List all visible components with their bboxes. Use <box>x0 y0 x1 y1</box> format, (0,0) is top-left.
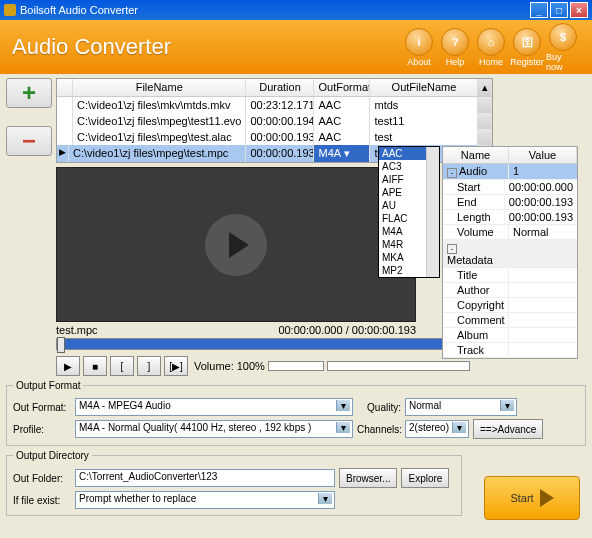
prop-row[interactable]: Copyright <box>443 298 577 313</box>
volume-track[interactable] <box>327 361 470 371</box>
explore-button[interactable]: Explore <box>401 468 449 488</box>
outfolder-label: Out Folder: <box>13 473 71 484</box>
remove-file-button[interactable]: − <box>6 126 52 156</box>
preview-filename: test.mpc <box>56 324 98 336</box>
ifexist-label: If file exist: <box>13 495 71 506</box>
home-button[interactable]: ⌂Home <box>474 28 508 67</box>
current-row-icon: ▶ <box>57 145 69 162</box>
table-row[interactable]: C:\video1\zj files\mkv\mtds.mkv00:23:12.… <box>57 97 492 113</box>
quality-label: Quality: <box>357 402 401 413</box>
prop-row[interactable]: -Audio1 <box>443 164 577 180</box>
profile-label: Profile: <box>13 424 71 435</box>
collapse-icon[interactable]: - <box>447 168 457 178</box>
cart-icon: $ <box>549 23 577 51</box>
channels-label: Channels: <box>357 424 401 435</box>
about-button[interactable]: iAbout <box>402 28 436 67</box>
prop-row[interactable]: Track <box>443 343 577 358</box>
dropdown-scrollbar[interactable] <box>426 147 439 277</box>
volume-value: 100% <box>237 360 265 372</box>
titlebar: Boilsoft Audio Converter _ □ × <box>0 0 592 20</box>
play-icon[interactable] <box>205 214 267 276</box>
prop-row[interactable]: Author <box>443 283 577 298</box>
channels-select[interactable]: 2(stereo) <box>405 420 469 438</box>
col-filename[interactable]: FileName <box>73 79 246 96</box>
profile-select[interactable]: M4A - Normal Quality( 44100 Hz, stereo ,… <box>75 420 353 438</box>
mark-in-button[interactable]: [ <box>110 356 134 376</box>
property-grid[interactable]: NameValue -Audio1 Start00:00:00.000 End0… <box>442 146 578 359</box>
collapse-icon[interactable]: - <box>447 244 457 254</box>
preview-pane <box>56 167 416 322</box>
key-icon: ⚿ <box>513 28 541 56</box>
add-file-button[interactable]: + <box>6 78 52 108</box>
prop-row[interactable]: Album <box>443 328 577 343</box>
output-format-group: Output Format Out Format: M4A - MPEG4 Au… <box>6 380 586 446</box>
buy-button[interactable]: $Buy now <box>546 23 580 72</box>
prop-row[interactable]: Title <box>443 268 577 283</box>
table-row[interactable]: C:\video1\zj files\mpeg\test.alac00:00:0… <box>57 129 492 145</box>
quality-select[interactable]: Normal <box>405 398 517 416</box>
help-button[interactable]: ?Help <box>438 28 472 67</box>
outformat-label: Out Format: <box>13 402 71 413</box>
stop-button[interactable]: ■ <box>83 356 107 376</box>
slider-thumb[interactable] <box>57 337 65 353</box>
ifexist-select[interactable]: Prompt whether to replace <box>75 491 335 509</box>
play-button[interactable]: ▶ <box>56 356 80 376</box>
maximize-button[interactable]: □ <box>550 2 568 18</box>
format-dropdown-cell[interactable]: M4A ▾ <box>314 145 370 162</box>
table-row[interactable]: C:\video1\zj files\mpeg\test11.evo00:00:… <box>57 113 492 129</box>
col-duration[interactable]: Duration <box>246 79 314 96</box>
header: Audio Converter iAbout ?Help ⌂Home ⚿Regi… <box>0 20 592 74</box>
volume-label: Volume: <box>194 360 234 372</box>
prop-row[interactable]: Comment <box>443 313 577 328</box>
col-value: Value <box>509 147 577 163</box>
home-icon: ⌂ <box>477 28 505 56</box>
grid-header: FileName Duration OutFormat OutFileName … <box>57 79 492 97</box>
col-name: Name <box>443 147 509 163</box>
scrollbar-up-icon[interactable]: ▴ <box>478 79 492 96</box>
info-icon: i <box>405 28 433 56</box>
browse-button[interactable]: Browser... <box>339 468 397 488</box>
prop-row[interactable]: VolumeNormal <box>443 225 577 240</box>
help-icon: ? <box>441 28 469 56</box>
volume-bar[interactable] <box>268 361 324 371</box>
seek-slider[interactable] <box>56 338 466 350</box>
close-button[interactable]: × <box>570 2 588 18</box>
outformat-select[interactable]: M4A - MPEG4 Audio <box>75 398 353 416</box>
prop-row[interactable]: End00:00:00.193 <box>443 195 577 210</box>
col-outformat[interactable]: OutFormat <box>314 79 370 96</box>
app-icon <box>4 4 16 16</box>
minimize-button[interactable]: _ <box>530 2 548 18</box>
advance-button[interactable]: ==>Advance <box>473 419 543 439</box>
prop-category[interactable]: -Metadata <box>443 240 577 268</box>
preview-time: 00:00:00.000 / 00:00:00.193 <box>278 324 416 336</box>
prop-row[interactable]: Length00:00:00.193 <box>443 210 577 225</box>
start-button[interactable]: Start <box>484 476 580 520</box>
outfolder-input[interactable]: C:\Torrent_AudioConverter\123 <box>75 469 335 487</box>
next-mark-button[interactable]: [▶] <box>164 356 188 376</box>
mark-out-button[interactable]: ] <box>137 356 161 376</box>
format-dropdown[interactable]: AAC AC3 AIFF APE AU FLAC M4A M4R MKA MP2 <box>378 146 440 278</box>
app-title: Audio Converter <box>12 34 171 60</box>
window-title: Boilsoft Audio Converter <box>20 4 138 16</box>
prop-row[interactable]: Start00:00:00.000 <box>443 180 577 195</box>
output-directory-group: Output Directory Out Folder: C:\Torrent_… <box>6 450 462 516</box>
register-button[interactable]: ⚿Register <box>510 28 544 67</box>
col-outfilename[interactable]: OutFileName <box>370 79 478 96</box>
